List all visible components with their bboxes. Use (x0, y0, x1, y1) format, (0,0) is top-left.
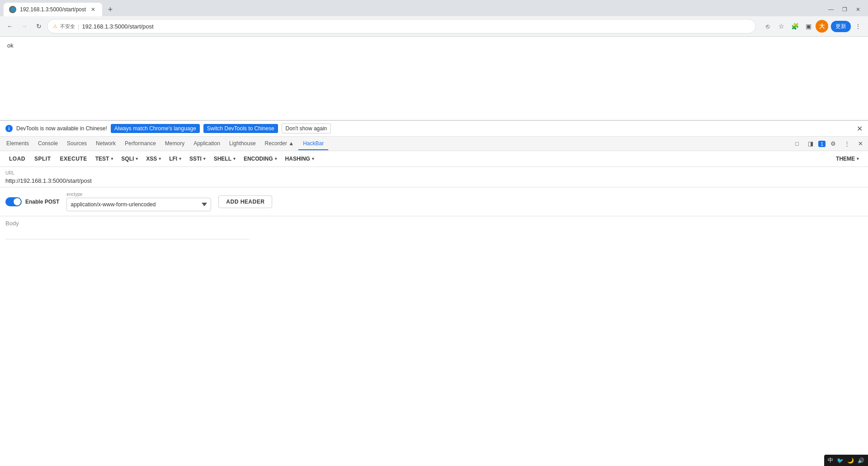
page-ok-text: ok (7, 42, 14, 49)
hackbar-xss-dropdown[interactable]: XSS▼ (143, 154, 165, 164)
devtools-dock2-button[interactable]: ◨ (805, 138, 816, 150)
maximize-button[interactable]: ❐ (838, 3, 851, 16)
system-tray: 中 🐦 🌙 🔊 (824, 455, 868, 466)
enctype-wrap: enctype application/x-www-form-urlencode… (66, 192, 211, 211)
devtools-dock-button[interactable]: □ (791, 138, 803, 150)
separator: | (78, 23, 79, 30)
post-section: Enable POST enctype application/x-www-fo… (0, 187, 868, 216)
body-input[interactable] (5, 228, 250, 239)
tab-application[interactable]: Application (189, 138, 225, 150)
devtools-panel: i DevTools is now available in Chinese! … (0, 120, 868, 466)
url-display[interactable]: 192.168.1.3:5000/start/post (82, 23, 750, 30)
add-header-button[interactable]: ADD HEADER (218, 195, 272, 208)
tray-icon-lang[interactable]: 中 (828, 456, 833, 464)
tab-console[interactable]: Console (33, 138, 62, 150)
extension-icon[interactable]: 🧩 (788, 20, 801, 33)
enable-post-wrap: Enable POST (5, 197, 59, 206)
close-window-button[interactable]: ✕ (852, 3, 864, 16)
lang-bar-close-button[interactable]: ✕ (857, 124, 863, 133)
hackbar-hashing-dropdown[interactable]: HASHING▼ (283, 154, 318, 164)
url-label: URL (5, 171, 863, 176)
window-controls: — ❐ ✕ (825, 3, 868, 16)
tab-performance[interactable]: Performance (120, 138, 160, 150)
hackbar-encoding-dropdown[interactable]: ENCODING▼ (241, 154, 281, 164)
tab-sources[interactable]: Sources (62, 138, 91, 150)
tab-hackbar[interactable]: HackBar (298, 138, 328, 150)
browser-chrome: 🌐 192.168.1.3:5000/start/post ✕ + — ❐ ✕ … (0, 0, 868, 37)
hackbar-split-button[interactable]: SPLIT (31, 154, 55, 164)
tab-network[interactable]: Network (91, 138, 120, 150)
tab-memory[interactable]: Memory (160, 138, 189, 150)
tab-bar: 🌐 192.168.1.3:5000/start/post ✕ + — ❐ ✕ (0, 0, 868, 16)
sidebar-icon[interactable]: ▣ (802, 20, 815, 33)
info-icon: i (5, 125, 13, 132)
profile-button[interactable]: 大 (816, 20, 828, 33)
tab-favicon: 🌐 (9, 6, 16, 13)
more-menu-icon[interactable]: ⋮ (852, 20, 864, 33)
lang-message: DevTools is now available in Chinese! (16, 125, 107, 132)
body-label: Body (5, 220, 863, 227)
dont-show-again-button[interactable]: Don't show again (282, 124, 331, 133)
hackbar-body: URL http://192.168.1.3:5000/start/post E… (0, 167, 868, 466)
toggle-knob (14, 198, 21, 205)
tab-close-button[interactable]: ✕ (90, 6, 97, 13)
address-input-wrap[interactable]: ⚠ 不安全 | 192.168.1.3:5000/start/post (47, 19, 756, 33)
forward-button[interactable]: → (18, 20, 31, 33)
tray-icon-twitter[interactable]: 🐦 (837, 457, 844, 464)
hackbar-shell-dropdown[interactable]: SHELL▼ (211, 154, 239, 164)
enable-post-label: Enable POST (25, 199, 59, 205)
hackbar-sqli-dropdown[interactable]: SQLI▼ (118, 154, 142, 164)
devtools-tab-actions: □ ◨ 1 ⚙ ⋮ ✕ (791, 138, 866, 150)
hackbar-toolbar: LOAD SPLIT EXECUTE TEST▼ SQLI▼ XSS▼ LFI▼… (0, 151, 868, 167)
body-section: Body (0, 216, 868, 243)
enctype-label: enctype (66, 192, 211, 197)
hackbar-theme-dropdown[interactable]: THEME▼ (833, 154, 863, 164)
tray-icon-volume[interactable]: 🔊 (858, 457, 864, 464)
switch-devtools-language-button[interactable]: Switch DevTools to Chinese (203, 124, 278, 133)
hackbar-test-dropdown[interactable]: TEST▼ (93, 154, 117, 164)
enable-post-toggle[interactable] (5, 197, 22, 206)
security-warning-icon: ⚠ (53, 24, 57, 29)
insecure-label: 不安全 (60, 23, 75, 30)
bookmark-icon[interactable]: ☆ (775, 20, 788, 33)
devtools-close-button[interactable]: ✕ (854, 138, 866, 150)
hackbar-execute-button[interactable]: EXECUTE (57, 154, 91, 164)
address-bar: ← → ↻ ⚠ 不安全 | 192.168.1.3:5000/start/pos… (0, 16, 868, 36)
console-badge: 1 (818, 141, 826, 147)
tray-icon-night[interactable]: 🌙 (847, 457, 854, 464)
language-notification-bar: i DevTools is now available in Chinese! … (0, 121, 868, 137)
url-section: URL http://192.168.1.3:5000/start/post (0, 167, 868, 187)
toolbar-icons: ⎋ ☆ 🧩 ▣ 大 更新 ⋮ (758, 20, 864, 33)
cast-icon[interactable]: ⎋ (761, 20, 774, 33)
url-value[interactable]: http://192.168.1.3:5000/start/post (5, 176, 863, 185)
active-tab[interactable]: 🌐 192.168.1.3:5000/start/post ✕ (4, 3, 102, 16)
back-button[interactable]: ← (4, 20, 16, 33)
devtools-tabs: Elements Console Sources Network Perform… (0, 137, 868, 151)
always-match-language-button[interactable]: Always match Chrome's language (111, 124, 200, 133)
update-button[interactable]: 更新 (831, 21, 851, 32)
page-content: ok (0, 37, 868, 120)
hackbar-ssti-dropdown[interactable]: SSTI▼ (187, 154, 209, 164)
tab-title: 192.168.1.3:5000/start/post (20, 6, 86, 13)
devtools-settings-button[interactable]: ⚙ (827, 138, 839, 150)
enctype-select[interactable]: application/x-www-form-urlencoded multip… (66, 198, 211, 211)
reload-button[interactable]: ↻ (33, 20, 45, 33)
hackbar-load-button[interactable]: LOAD (5, 154, 29, 164)
hackbar-lfi-dropdown[interactable]: LFI▼ (166, 154, 185, 164)
minimize-button[interactable]: — (825, 3, 837, 16)
tab-lighthouse[interactable]: Lighthouse (225, 138, 260, 150)
tab-recorder[interactable]: Recorder ▲ (260, 138, 299, 150)
devtools-more-button[interactable]: ⋮ (841, 138, 853, 150)
new-tab-button[interactable]: + (104, 3, 117, 16)
tab-elements[interactable]: Elements (2, 138, 33, 150)
